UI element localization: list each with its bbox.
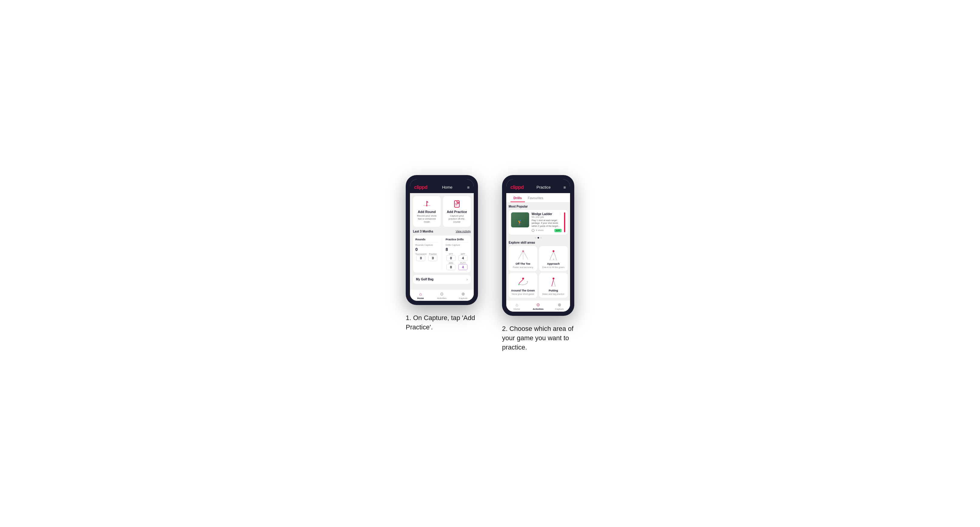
svg-line-16	[523, 252, 527, 258]
drills-sub-stats: OTT 0 APP 4	[446, 253, 469, 261]
app-stat: APP 4	[458, 253, 468, 261]
svg-point-19	[553, 259, 554, 260]
star-icon[interactable]: ☆	[559, 213, 562, 216]
rounds-capture-value: 0	[415, 247, 438, 252]
rounds-column: Rounds Rounds Capture 0 Tournament 0	[415, 238, 438, 270]
svg-point-22	[527, 281, 528, 282]
svg-line-12	[518, 250, 523, 260]
svg-point-17	[553, 250, 554, 252]
practice-value: 0	[428, 255, 438, 261]
approach-skill-desc: Dial-in to hit the green	[542, 266, 564, 268]
home-icon-1: ⌂	[419, 292, 422, 296]
phone1-container: clippd Home ≡	[406, 175, 478, 332]
add-round-card[interactable]: Add Round Record your shots fast or enha…	[413, 196, 441, 227]
putt-label: PUTT	[458, 262, 468, 264]
ott-stat: OTT 0	[446, 253, 457, 261]
ott-skill-title: Off The Tee	[515, 262, 530, 265]
practice-label: Practice	[428, 253, 438, 255]
atg-skill-title: Around The Green	[511, 289, 535, 292]
add-round-icon	[422, 199, 432, 209]
app-header-2: clippd Practice ≡	[506, 182, 570, 193]
phone2-container: clippd Practice ≡ Drills Favourites Most…	[502, 175, 574, 352]
approach-icon-area	[546, 248, 561, 261]
menu-icon-2[interactable]: ≡	[563, 185, 566, 189]
stats-columns: Rounds Rounds Capture 0 Tournament 0	[415, 238, 468, 270]
tournament-stat: Tournament 0	[415, 253, 426, 261]
side-accent	[564, 213, 565, 232]
skill-off-the-tee[interactable]: Off The Tee Power and accuracy	[509, 246, 537, 271]
activities-icon-2: ⊙	[536, 302, 540, 307]
drills-sub-stats-2: ARG 0 PUTT 4	[446, 262, 469, 270]
menu-icon-1[interactable]: ≡	[467, 185, 469, 189]
capture-icon-1: ⊕	[461, 292, 465, 296]
add-round-title: Add Round	[418, 210, 436, 214]
status-bar-2	[506, 179, 570, 182]
golf-bag-chevron: ›	[466, 277, 468, 281]
app-label: APP	[458, 253, 468, 255]
dot-3	[540, 237, 542, 238]
drills-capture-row: Drills Capture 8	[446, 244, 469, 252]
svg-point-2	[426, 205, 427, 206]
view-activity-link[interactable]: View Activity	[456, 230, 471, 233]
capture-label-2: Capture	[555, 308, 563, 310]
nav-capture-2[interactable]: ⊕ Capture	[549, 302, 570, 310]
phone1-screen: clippd Home ≡	[410, 179, 474, 301]
featured-card[interactable]: 🏌️ Wedge Ladder ☆ 50–100 yds Play 1 shot…	[509, 210, 568, 235]
caption-2: 2. Choose which area of your game you wa…	[502, 324, 574, 352]
app-value: 4	[458, 255, 468, 261]
add-practice-desc: Capture your practice off-the-course	[445, 214, 468, 224]
practice-body: Most Popular 🏌️ Wedge Ladder ☆ 50–100 yd…	[506, 202, 570, 300]
nav-activities-1[interactable]: ⊙ Activities	[431, 292, 453, 300]
ott-skill-desc: Power and accuracy	[513, 266, 533, 268]
svg-line-14	[523, 250, 528, 260]
approach-skill-title: Approach	[547, 262, 560, 265]
putt-stat: PUTT 4	[458, 262, 468, 270]
golf-bag-row[interactable]: My Golf Bag ›	[413, 275, 471, 284]
activities-icon-1: ⊙	[440, 292, 444, 296]
activities-label-2: Activities	[533, 308, 544, 310]
phone2-screen: clippd Practice ≡ Drills Favourites Most…	[506, 179, 570, 312]
svg-point-23	[553, 278, 554, 279]
skill-atg[interactable]: Around The Green Hone your short game	[509, 273, 537, 298]
drills-column: Practice Drills Drills Capture 8 OTT 0	[446, 238, 469, 270]
app-header-1: clippd Home ≡	[410, 182, 474, 193]
add-practice-card[interactable]: Add Practice Capture your practice off-t…	[443, 196, 471, 227]
putt-skill-desc: Make and lag practice	[542, 293, 564, 295]
dot-2	[538, 237, 539, 238]
atg-skill-desc: Hone your short game	[512, 293, 534, 295]
skill-grid: Off The Tee Power and accuracy	[509, 246, 568, 298]
tabs-bar: Drills Favourites	[506, 193, 570, 202]
drills-col-title: Practice Drills	[446, 238, 469, 243]
skill-putting[interactable]: Putting Make and lag practice	[539, 273, 568, 298]
drills-capture-label: Drills Capture	[446, 244, 469, 246]
skill-approach[interactable]: Approach Dial-in to hit the green	[539, 246, 568, 271]
capture-icon-2: ⊕	[558, 302, 562, 307]
nav-home-1[interactable]: ⌂ Home	[410, 292, 431, 300]
practice-stat: Practice 0	[428, 253, 438, 261]
tab-favourites[interactable]: Favourites	[525, 195, 546, 202]
activities-label-1: Activities	[437, 297, 447, 300]
svg-point-10	[532, 229, 534, 232]
golf-bag-label: My Golf Bag	[416, 278, 433, 281]
featured-subtitle: 50–100 yds	[531, 216, 562, 218]
golfer-icon: 🏌️	[517, 220, 523, 226]
add-practice-title: Add Practice	[447, 210, 467, 214]
carousel-dots	[509, 237, 568, 238]
logo-2: clippd	[511, 185, 524, 190]
tee-icon-area	[515, 248, 531, 261]
shots-count: 9 shots	[536, 229, 544, 232]
featured-footer: 9 shots APP	[531, 229, 562, 232]
add-round-desc: Record your shots fast or enhanced mode	[415, 214, 438, 224]
tab-drills[interactable]: Drills	[511, 195, 525, 202]
nav-capture-1[interactable]: ⊕ Capture	[452, 292, 474, 300]
tournament-label: Tournament	[415, 253, 426, 255]
home-label-1: Home	[417, 297, 424, 300]
rounds-capture-row: Rounds Capture 0	[415, 244, 438, 252]
nav-home-2[interactable]: ⌂ Home	[506, 302, 528, 310]
home-icon-2: ⌂	[515, 302, 518, 307]
shots-label: 9 shots	[531, 229, 544, 232]
header-title-2: Practice	[536, 185, 550, 189]
phone2: clippd Practice ≡ Drills Favourites Most…	[502, 175, 574, 316]
nav-activities-2[interactable]: ⊙ Activities	[528, 302, 549, 310]
caption-1: 1. On Capture, tap 'Add Practice'.	[406, 313, 478, 332]
